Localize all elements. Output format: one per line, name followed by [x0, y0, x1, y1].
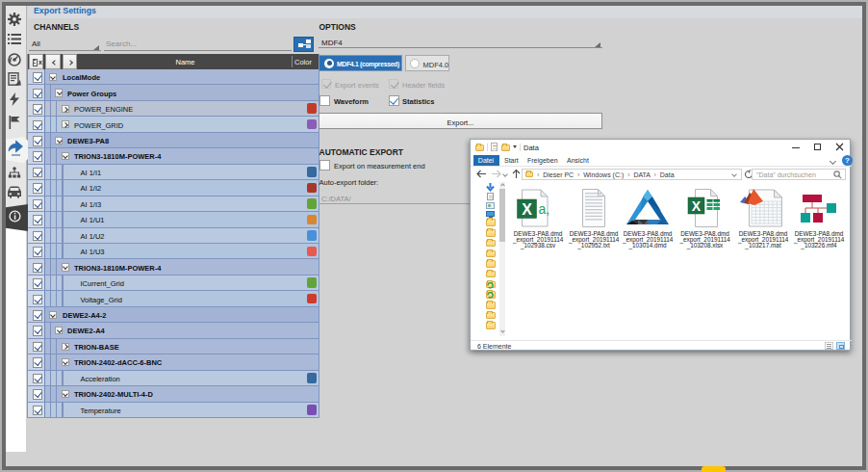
- svg-text:a,: a,: [539, 201, 550, 217]
- svg-text:X: X: [691, 198, 701, 214]
- svg-text:X: X: [522, 201, 532, 218]
